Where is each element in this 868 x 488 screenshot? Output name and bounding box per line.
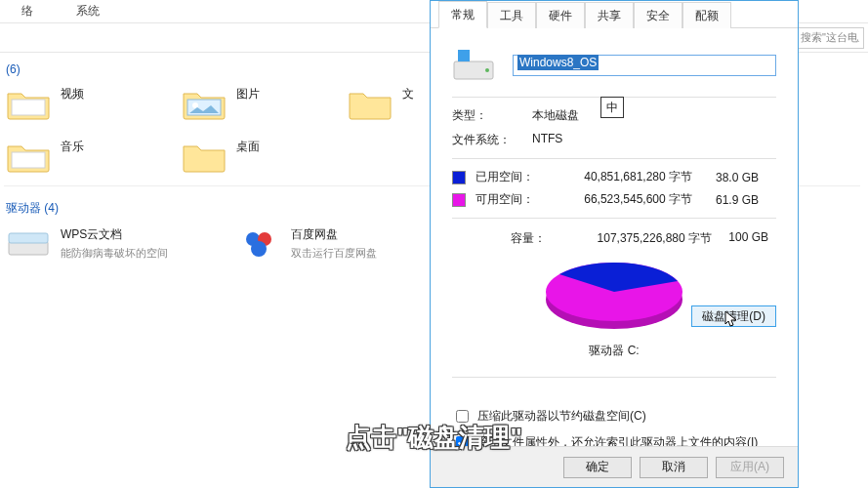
cancel-button[interactable]: 取消 [640,457,708,478]
svg-rect-3 [12,152,45,168]
folder-icon [182,139,227,174]
drive-sublabel: 双击运行百度网盘 [291,246,377,261]
folder-item-music[interactable]: 音乐 [6,139,84,174]
folder-label: 文 [402,86,414,102]
capacity-label: 容量： [511,230,569,247]
folder-item-hidden[interactable]: 文 [348,86,414,121]
folder-icon [182,86,227,121]
folder-icon [348,86,393,121]
drive-label: 百度网盘 [291,226,377,243]
tab-hardware[interactable]: 硬件 [536,2,585,28]
cloud-drive-icon [6,226,51,262]
drive-sublabel: 能防御病毒破坏的空间 [61,246,168,261]
ribbon-cell[interactable]: 络 [0,3,55,20]
drive-large-icon [452,44,495,87]
svg-point-8 [251,241,267,257]
disk-usage-pie-icon [530,253,698,337]
disk-cleanup-button[interactable]: 磁盘清理(D) [691,305,776,327]
used-bytes: 40,851,681,280 字节 [550,169,692,185]
folder-item-pictures[interactable]: 图片 [182,86,260,121]
free-space-row: 可用空间： 66,523,545,600 字节 61.9 GB [452,191,776,208]
tab-tools[interactable]: 工具 [487,2,536,28]
folder-icon [6,139,51,174]
index-checkbox-row[interactable]: 除了文件属性外，还允许索引此驱动器上文件的内容(I) [452,433,776,446]
svg-rect-0 [12,100,45,115]
free-bytes: 66,523,545,600 字节 [550,191,692,208]
tab-sharing[interactable]: 共享 [585,2,634,28]
free-swatch [452,193,466,207]
dialog-footer: 确定 取消 应用(A) [431,446,798,487]
capacity-row: 容量： 107,375,226,880 字节 100 GB [511,230,776,247]
folder-item-videos[interactable]: 视频 [6,86,84,121]
drive-label: WPS云文档 [61,226,168,243]
ribbon-cell[interactable]: 系统 [55,3,121,20]
pie-drive-label: 驱动器 C: [589,343,639,359]
compress-checkbox[interactable] [456,410,469,423]
drive-properties-dialog: 常规 工具 硬件 共享 安全 配额 Windows8_OS 中 类型：本地磁盘 … [430,0,799,488]
pie-chart-area: 驱动器 C: 磁盘清理(D) [452,253,776,359]
used-label: 已用空间： [475,169,540,185]
capacity-gb: 100 GB [720,230,768,247]
tab-quota[interactable]: 配额 [682,2,731,28]
index-label: 除了文件属性外，还允许索引此驱动器上文件的内容(I) [477,434,758,446]
svg-point-14 [485,68,489,72]
compress-checkbox-row[interactable]: 压缩此驱动器以节约磁盘空间(C) [452,407,776,426]
drive-name-text: Windows8_OS [517,55,599,70]
filesystem-value: NTFS [532,132,562,148]
folder-label: 桌面 [236,139,260,155]
folder-label: 图片 [236,86,260,102]
tab-general[interactable]: 常规 [438,1,487,28]
tab-security[interactable]: 安全 [634,2,682,28]
compress-label: 压缩此驱动器以节约磁盘空间(C) [477,408,646,425]
drive-item-wps[interactable]: WPS云文档 能防御病毒破坏的空间 [6,226,168,262]
filesystem-label: 文件系统： [452,132,532,148]
used-gb: 38.0 GB [710,171,759,184]
capacity-bytes: 107,375,226,880 字节 [569,230,712,247]
free-label: 可用空间： [475,191,540,208]
type-label: 类型： [452,107,532,124]
svg-rect-5 [9,233,48,243]
drive-name-input[interactable]: Windows8_OS [513,55,776,76]
free-gb: 61.9 GB [710,193,759,207]
folder-icon [6,86,51,121]
tab-strip: 常规 工具 硬件 共享 安全 配额 [431,1,798,28]
folder-label: 视频 [61,86,84,102]
search-placeholder: 搜索"这台电脑" [801,30,859,45]
ime-indicator: 中 [600,97,624,118]
used-space-row: 已用空间： 40,851,681,280 字节 38.0 GB [452,169,776,185]
drive-item-baidu[interactable]: 百度网盘 双击运行百度网盘 [236,226,377,262]
type-value: 本地磁盘 [532,107,579,124]
apply-button[interactable]: 应用(A) [716,457,784,478]
baidu-netdisk-icon [236,226,281,262]
folder-label: 音乐 [61,139,84,155]
dialog-body: Windows8_OS 中 类型：本地磁盘 文件系统：NTFS 已用空间： 40… [431,28,798,446]
index-checkbox[interactable] [456,436,469,446]
ok-button[interactable]: 确定 [563,457,632,478]
svg-rect-13 [458,50,470,61]
search-input[interactable]: 搜索"这台电脑" [796,27,864,49]
folder-item-desktop[interactable]: 桌面 [182,139,260,174]
used-swatch [452,171,466,184]
